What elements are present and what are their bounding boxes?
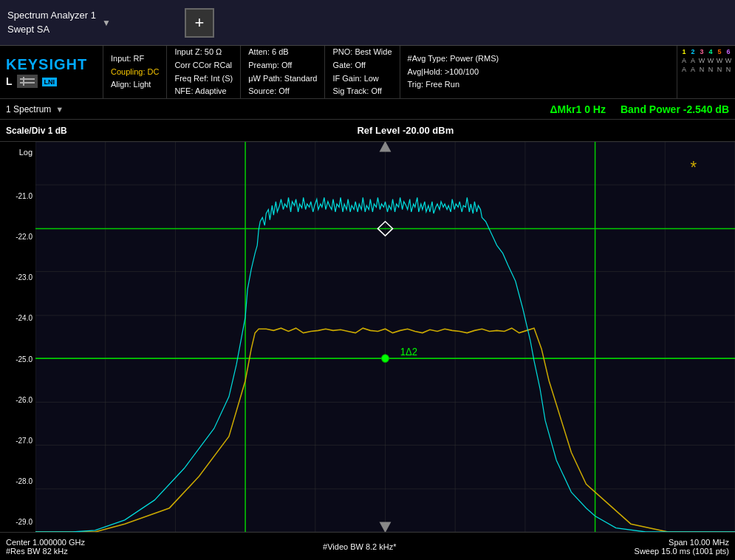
atten-info: Atten: 6 dB Preamp: Off μW Path: Standar… [241, 46, 325, 98]
title-bar: Spectrum Analyzer 1 Swept SA ▼ + [0, 0, 735, 46]
band-power: Band Power -2.540 dB [621, 103, 729, 115]
trace-4-l1: W [707, 57, 714, 66]
trace-letter-row2: A A N N N N [680, 66, 732, 75]
y-label-26: -26.0 [3, 396, 33, 404]
spectrum-label: 1 Spectrum [6, 104, 51, 115]
trace-2-num: 2 [689, 48, 697, 57]
trace-letter-row1: A A W W W W [680, 57, 732, 66]
title-line1: Spectrum Analyzer 1 [7, 9, 96, 22]
chart-area[interactable]: 1Δ2 * [35, 142, 735, 532]
trace-3-l2: N [698, 66, 705, 75]
trace-1-l1: A [680, 57, 688, 66]
svg-text:1Δ2: 1Δ2 [400, 346, 417, 357]
scale-div: Scale/Div 1 dB [6, 126, 67, 136]
bottom-center: #Video BW 8.2 kHz* [323, 542, 396, 551]
res-bw: #Res BW 82 kHz [6, 547, 85, 556]
bottom-left: Center 1.000000 GHz #Res BW 82 kHz [6, 538, 85, 556]
log-label: Log [3, 148, 33, 157]
span: Span 10.00 MHz [669, 538, 729, 547]
uw-path: μW Path: Standard [248, 72, 317, 86]
info-bar: KEYSIGHT L LNI Input: RF Coupling: DC Al… [0, 46, 735, 99]
marker-info: ΔMkr1 0 Hz Band Power -2.540 dB [550, 103, 729, 115]
trace-3-num: 3 [698, 48, 705, 57]
trace-number-row: 1 2 3 4 5 6 [680, 48, 732, 57]
video-bw: #Video BW 8.2 kHz* [323, 542, 396, 551]
ref-level: Ref Level -20.00 dBm [82, 125, 729, 136]
y-label-24: -24.0 [3, 314, 33, 322]
y-label-22: -22.0 [3, 233, 33, 241]
y-axis-labels: Log -21.0 -22.0 -23.0 -24.0 -25.0 -26.0 … [0, 142, 35, 532]
trace-4-num: 4 [707, 48, 714, 57]
trace-6-num: 6 [725, 48, 732, 57]
svg-text:*: * [691, 157, 697, 177]
trace-5-l2: N [716, 66, 723, 75]
if-gain: IF Gain: Low [332, 72, 392, 86]
input-z: Input Z: 50 Ω [174, 46, 233, 59]
trace-3-l1: W [698, 57, 705, 66]
y-label-21: -21.0 [3, 192, 33, 200]
dropdown-arrow-icon[interactable]: ▼ [102, 18, 111, 28]
pno-info: PNO: Best Wide Gate: Off IF Gain: Low Si… [325, 46, 400, 98]
align-icon [17, 75, 38, 88]
center-freq: Center 1.000000 GHz [6, 538, 85, 547]
lni-badge: LNI [42, 78, 58, 86]
y-label-23: -23.0 [3, 273, 33, 281]
input-rf: Input: RF [111, 52, 159, 66]
trace-6-l2: N [725, 66, 732, 75]
gate: Gate: Off [332, 59, 392, 72]
keysight-logo: KEYSIGHT [6, 56, 87, 73]
l-indicator: L [6, 75, 13, 87]
source: Source: Off [248, 85, 317, 98]
title-text: Spectrum Analyzer 1 Swept SA [7, 9, 96, 35]
trace-panel: 1 2 3 4 5 6 A A W W W W A A N N N N [677, 46, 735, 98]
add-tab-button[interactable]: + [185, 8, 214, 38]
bottom-right: Span 10.00 MHz Sweep 15.0 ms (1001 pts) [635, 538, 729, 556]
title-section: Spectrum Analyzer 1 Swept SA ▼ [0, 4, 177, 40]
trace-4-l2: N [707, 66, 714, 75]
y-label-29: -29.0 [3, 518, 33, 526]
scale-ref-bar: Scale/Div 1 dB Ref Level -20.00 dBm [0, 120, 735, 142]
avg-type: #Avg Type: Power (RMS) [408, 52, 669, 66]
delta-marker: ΔMkr1 0 Hz [550, 103, 606, 115]
nfe: NFE: Adaptive [174, 85, 233, 98]
trace-2-l2: A [689, 66, 697, 75]
trig: Trig: Free Run [408, 78, 669, 92]
keysight-section: KEYSIGHT L LNI [0, 46, 103, 98]
trace-5-num: 5 [716, 48, 723, 57]
align: Align: Light [111, 78, 159, 92]
trace-1-l2: A [680, 66, 688, 75]
trace-6-l1: W [725, 57, 732, 66]
svg-rect-1 [20, 82, 35, 83]
freq-ref: Freq Ref: Int (S) [174, 72, 233, 86]
spectrum-dropdown-icon[interactable]: ▼ [55, 105, 64, 114]
impedance-info: Input Z: 50 Ω Corr CCor RCal Freq Ref: I… [167, 46, 241, 98]
pno: PNO: Best Wide [332, 46, 392, 59]
title-line2: Swept SA [7, 23, 96, 36]
svg-rect-2 [23, 77, 24, 86]
avg-hold: Avg|Hold: >100/100 [408, 66, 669, 79]
sweep: Sweep 15.0 ms (1001 pts) [635, 547, 729, 556]
corr: Corr CCor RCal [174, 59, 233, 72]
input-info: Input: RF Coupling: DC Align: Light [103, 46, 167, 98]
sig-track: Sig Track: Off [332, 85, 392, 98]
trace-2-l1: A [689, 57, 697, 66]
coupling: Coupling: DC [111, 66, 159, 79]
chart-wrapper: Log -21.0 -22.0 -23.0 -24.0 -25.0 -26.0 … [0, 142, 735, 532]
trace-5-l1: W [716, 57, 723, 66]
y-label-28: -28.0 [3, 477, 33, 485]
main-layout: 1 Spectrum ▼ ΔMkr1 0 Hz Band Power -2.54… [0, 99, 735, 560]
spectrum-chart: 1Δ2 * [35, 142, 735, 532]
avg-info: #Avg Type: Power (RMS) Avg|Hold: >100/10… [400, 46, 677, 98]
bottom-bar: Center 1.000000 GHz #Res BW 82 kHz #Vide… [0, 532, 735, 560]
svg-point-30 [381, 355, 389, 363]
y-label-25: -25.0 [3, 355, 33, 363]
svg-rect-0 [20, 78, 35, 80]
spectrum-bar: 1 Spectrum ▼ ΔMkr1 0 Hz Band Power -2.54… [0, 99, 735, 120]
spectrum-select[interactable]: 1 Spectrum ▼ [6, 104, 64, 115]
y-label-27: -27.0 [3, 437, 33, 445]
atten: Atten: 6 dB [248, 46, 317, 59]
trace-1-num: 1 [680, 48, 688, 57]
preamp: Preamp: Off [248, 59, 317, 72]
